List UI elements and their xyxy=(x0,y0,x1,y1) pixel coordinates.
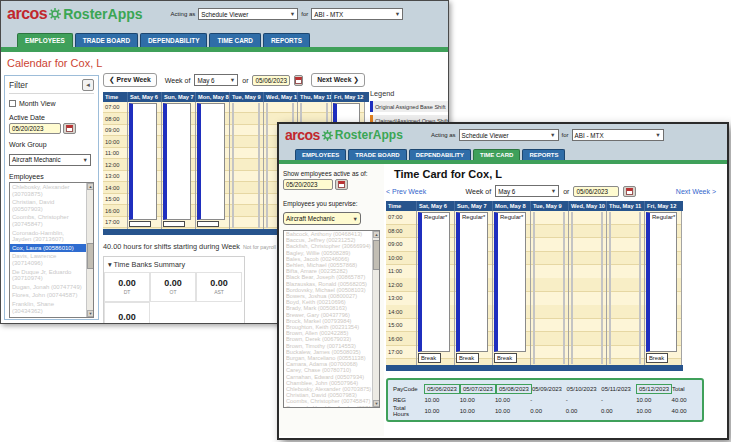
employee-list-item[interactable]: Coombs, Christopher (00745847) xyxy=(284,398,379,404)
day-column[interactable] xyxy=(161,102,195,229)
calendar-picker-button[interactable] xyxy=(294,75,303,86)
acting-as-group: Acting as Schedule Viewer▼ for ABI - MTX… xyxy=(431,129,664,141)
employee-list-item[interactable]: Fulks, Conner (00713951) xyxy=(10,315,93,318)
next-week-button[interactable]: Next Week ❯ xyxy=(311,73,365,87)
shift-block[interactable] xyxy=(197,103,225,220)
collapse-panel-button[interactable]: ◄ xyxy=(82,79,94,91)
break-label[interactable] xyxy=(197,221,219,227)
day-column[interactable]: Regular*Break xyxy=(492,211,530,365)
hours-cell: 0.00 xyxy=(599,407,634,415)
grid-day-header: Thu, May 11 xyxy=(606,201,644,211)
employee-list-item[interactable]: Blazauskas, Ronald (00568205) xyxy=(284,281,379,287)
shift-block[interactable]: Regular* xyxy=(456,212,488,352)
time-label: 12:00 xyxy=(386,279,416,293)
scrollbar[interactable]: ▲ ▼ xyxy=(86,183,93,317)
week-select[interactable]: May 6▼ xyxy=(194,74,238,86)
day-column[interactable] xyxy=(195,102,229,229)
employee-list-item[interactable]: Christian, David (00507903) xyxy=(10,198,93,213)
scroll-thumb[interactable] xyxy=(373,240,380,270)
hours-cell: 10.00 xyxy=(458,396,493,404)
acting-as-select[interactable]: Schedule Viewer▼ xyxy=(198,8,298,20)
location-select[interactable]: ABI - MTX▼ xyxy=(572,129,664,141)
break-label[interactable] xyxy=(129,221,151,227)
employee-list-item[interactable]: Flores, John (00744587) xyxy=(10,291,93,300)
day-column[interactable]: Regular*Break xyxy=(644,211,682,365)
month-view-checkbox[interactable] xyxy=(9,100,16,107)
shift-block[interactable]: Regular* xyxy=(418,212,450,352)
prev-week-link[interactable]: < Prev Week xyxy=(386,188,426,195)
time-label: 12:00 xyxy=(103,160,127,172)
employee-list-item[interactable]: De Duque Jr, Eduardo (30710974) xyxy=(10,268,93,283)
tab-trade-board[interactable]: TRADE BOARD xyxy=(348,149,406,160)
tab-time-card[interactable]: TIME CARD xyxy=(473,149,520,160)
supervise-select[interactable]: Aircraft Mechanic▼ xyxy=(283,212,361,225)
employee-listbox[interactable]: Chlebosky, Alexander (30703875)Christian… xyxy=(9,182,94,318)
employee-list-item[interactable]: Dugan, Jonah (00747749) xyxy=(10,283,93,292)
scroll-down-icon[interactable]: ▼ xyxy=(87,310,94,317)
work-group-select[interactable]: Aircraft Mechanic▼ xyxy=(9,154,91,166)
employee-list-item[interactable]: Coronado-Hamblin, Jayden (30713607) xyxy=(10,229,93,244)
scroll-thumb[interactable] xyxy=(87,243,94,269)
scroll-down-icon[interactable]: ▼ xyxy=(373,400,380,407)
shift-block[interactable] xyxy=(163,103,191,220)
break-label[interactable]: Break xyxy=(456,353,479,363)
tab-trade-board[interactable]: TRADE BOARD xyxy=(75,33,138,47)
scroll-up-icon[interactable]: ▲ xyxy=(87,183,94,190)
employee-list-item[interactable]: Cox, Laura (00586010) xyxy=(10,244,93,253)
tab-dependability[interactable]: DEPENDABILITY xyxy=(409,149,471,160)
tab-dependability[interactable]: DEPENDABILITY xyxy=(140,33,207,47)
shift-block[interactable] xyxy=(129,103,157,220)
for-label: for xyxy=(301,11,308,17)
paycode-date-cell: 05/11/2023 xyxy=(599,384,634,394)
location-select[interactable]: ABI - MTX▼ xyxy=(311,8,403,20)
tab-bar: EMPLOYEES TRADE BOARD DEPENDABILITY TIME… xyxy=(279,146,727,160)
tab-employees[interactable]: EMPLOYEES xyxy=(17,33,73,47)
tab-reports[interactable]: REPORTS xyxy=(522,149,565,160)
shift-block[interactable]: Regular* xyxy=(494,212,526,352)
employee-list-item[interactable]: Chlebosky, Alexander (30703875) xyxy=(10,183,93,198)
day-column[interactable]: Regular*Break xyxy=(454,211,492,365)
break-label[interactable]: Break xyxy=(646,353,668,363)
day-column[interactable] xyxy=(568,211,606,365)
prev-week-button[interactable]: ❮ Prev Week xyxy=(103,73,157,87)
scroll-up-icon[interactable]: ▲ xyxy=(373,231,380,238)
time-banks-title[interactable]: ▾ Time Banks Summary xyxy=(104,257,244,272)
acting-as-label: Acting as xyxy=(431,132,456,138)
week-select[interactable]: May 6▼ xyxy=(495,185,559,197)
active-as-of-input[interactable]: 05/20/2023 xyxy=(283,179,333,190)
next-week-link[interactable]: Next Week > xyxy=(676,188,716,195)
paycode-label: PayCode xyxy=(391,384,422,394)
tab-reports[interactable]: REPORTS xyxy=(263,33,310,47)
employee-list-item[interactable]: Franklin, Shane (30434362) xyxy=(10,300,93,315)
week-date-input[interactable]: 05/06/2023 xyxy=(252,75,290,86)
employee-list-item[interactable]: Coronado-Hamblin, Jayden (00713897) xyxy=(284,405,379,408)
active-date-input[interactable]: 05/20/2023 xyxy=(9,123,61,134)
tab-time-card[interactable]: TIME CARD xyxy=(209,33,261,47)
break-label[interactable]: Break xyxy=(494,353,517,363)
break-label[interactable] xyxy=(163,221,185,227)
paycode-date-cell: 05/07/2023 xyxy=(458,382,494,396)
day-column[interactable] xyxy=(229,102,263,229)
calendar-picker-button[interactable] xyxy=(623,186,636,197)
day-column[interactable]: Regular*Break xyxy=(416,211,454,365)
hours-cell: - xyxy=(599,396,634,404)
employee-list-item[interactable]: Backfish, Christopher (30666994) xyxy=(284,243,379,249)
calendar-picker-button[interactable] xyxy=(63,123,76,134)
week-date-input[interactable]: 05/06/2023 xyxy=(573,186,619,197)
employee-listbox[interactable]: Babcock, Anthony (00468413)Baccus, Jeffr… xyxy=(283,230,380,408)
time-label: 11:00 xyxy=(386,265,416,279)
scrollbar[interactable]: ▲ ▼ xyxy=(372,231,379,407)
employee-list-item[interactable]: Black Bear, Joseph (00865787) xyxy=(284,274,379,280)
employee-list-item[interactable]: Davis, Lawrence (30714096) xyxy=(10,252,93,267)
grid-footer-bar xyxy=(386,365,683,371)
calendar-picker-button[interactable] xyxy=(335,179,348,190)
grid-day-header: Sun, May 7 xyxy=(454,201,492,211)
day-column[interactable] xyxy=(606,211,644,365)
tab-employees[interactable]: EMPLOYEES xyxy=(295,149,346,160)
day-column[interactable] xyxy=(127,102,161,229)
day-column[interactable] xyxy=(530,211,568,365)
acting-as-select[interactable]: Schedule Viewer▼ xyxy=(459,129,559,141)
shift-block[interactable]: Regular* xyxy=(646,212,677,352)
break-label[interactable]: Break xyxy=(418,353,441,363)
employee-list-item[interactable]: Coombs, Christopher (30745847) xyxy=(10,213,93,228)
